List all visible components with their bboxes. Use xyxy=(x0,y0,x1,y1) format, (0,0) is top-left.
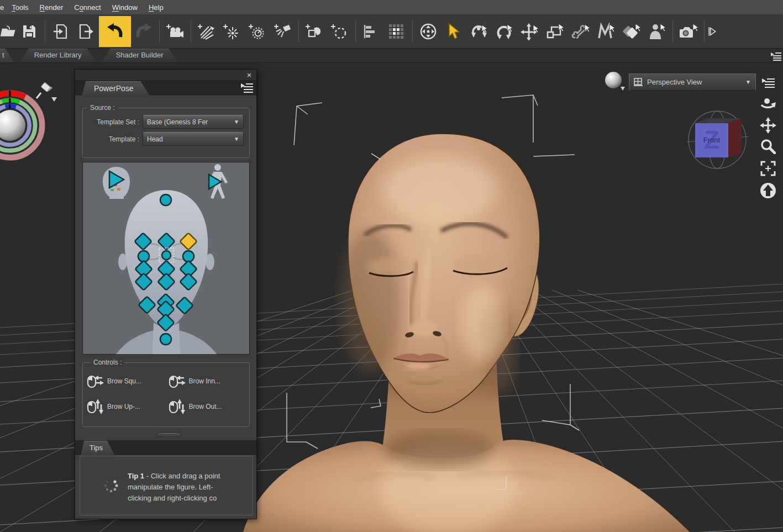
template-set-dropdown[interactable]: Base (Genesis 8 Fer ▼ xyxy=(143,115,244,129)
tab-tips[interactable]: Tips xyxy=(81,441,115,456)
toolbar-separator xyxy=(159,20,160,43)
powerpose-panel-header[interactable]: × xyxy=(75,70,256,81)
tab-powerpose[interactable]: PowerPose xyxy=(82,81,150,96)
surface-selection-tool-icon[interactable] xyxy=(619,17,644,46)
figure-selection-tool-icon[interactable] xyxy=(644,17,670,46)
mouse-horizontal-drag-icon xyxy=(86,372,104,390)
main-toolbar xyxy=(0,14,783,49)
new-spotlight-icon[interactable] xyxy=(270,17,296,46)
toolbar-separator xyxy=(191,20,191,43)
new-null-icon[interactable] xyxy=(327,17,353,46)
control-brow-squeeze[interactable]: Brow Squ... xyxy=(86,368,168,394)
pan-view-icon[interactable] xyxy=(759,117,777,134)
menu-item-connect[interactable]: Connect xyxy=(69,2,106,13)
save-icon[interactable] xyxy=(17,17,42,46)
redo-button[interactable] xyxy=(131,17,156,46)
tab-bar-menu-icon[interactable] xyxy=(770,51,782,62)
menu-item-tools[interactable]: Tools xyxy=(6,2,34,13)
powerpose-panel: × PowerPose Source : Template Set : Base… xyxy=(75,69,257,519)
scene-pane-icon[interactable] xyxy=(359,17,384,46)
daz-studio-window: e Tools Render Connect Window Help xyxy=(0,0,783,532)
menu-bar: e Tools Render Connect Window Help xyxy=(0,0,783,14)
tab-render-library[interactable]: Render Library xyxy=(20,49,96,62)
controls-group-label: Controls : xyxy=(91,359,124,366)
body-template-thumbnail[interactable] xyxy=(208,164,228,199)
toolbar-separator xyxy=(45,20,45,43)
chevron-down-icon: ▼ xyxy=(745,79,751,85)
view-selector-label: Perspective View xyxy=(647,78,745,86)
controls-group: Controls : Brow Squ... Brow Inn... xyxy=(82,359,250,427)
control-brow-up-down[interactable]: Brow Up-... xyxy=(86,394,168,419)
tab-partial[interactable]: t xyxy=(0,49,14,62)
reset-view-icon[interactable] xyxy=(759,182,777,199)
menu-item-render[interactable]: Render xyxy=(34,2,69,13)
toolbar-separator xyxy=(412,20,413,43)
panel-splitter-handle[interactable] xyxy=(157,432,181,436)
view-cube[interactable]: Z Front xyxy=(687,111,749,168)
draw-style-selector[interactable] xyxy=(604,71,626,92)
close-icon[interactable]: × xyxy=(244,70,254,80)
m-tool-icon[interactable] xyxy=(593,17,619,46)
template-set-value: Base (Genesis 8 Fer xyxy=(147,118,234,126)
view-cube-face-label: Front xyxy=(703,136,721,144)
template-value: Head xyxy=(147,135,234,143)
template-dropdown[interactable]: Head ▼ xyxy=(143,132,244,146)
mouse-vertical-drag-icon xyxy=(168,398,186,415)
viewport-orb-icon[interactable] xyxy=(416,17,441,46)
frame-view-icon[interactable] xyxy=(759,160,777,177)
pane-tab-bar: t Render Library Shader Builder xyxy=(0,49,783,63)
new-node-icon[interactable] xyxy=(302,17,327,46)
undo-button[interactable] xyxy=(99,16,131,47)
control-label: Brow Up-... xyxy=(107,403,140,410)
content-pane-icon[interactable] xyxy=(384,17,409,46)
translate-tool-icon[interactable] xyxy=(517,17,543,46)
control-label: Brow Squ... xyxy=(107,377,141,385)
template-set-label: Template Set : xyxy=(83,118,139,126)
toolbar-separator xyxy=(298,20,299,43)
view-selector-dropdown[interactable]: Perspective View ▼ xyxy=(629,73,756,91)
powerpose-pane-menu-icon[interactable] xyxy=(240,82,254,94)
mouse-horizontal-drag-icon xyxy=(168,372,186,390)
rotate-tool-icon[interactable] xyxy=(492,17,517,46)
toolbar-partial-icon[interactable] xyxy=(708,17,716,46)
source-group-label: Source : xyxy=(87,104,118,112)
new-camera-icon[interactable] xyxy=(162,17,188,46)
mouse-vertical-drag-icon xyxy=(86,398,104,415)
powerpose-face-diagram[interactable] xyxy=(82,162,250,355)
powerpose-tab-strip: PowerPose xyxy=(75,81,256,96)
node-selection-tool-icon[interactable] xyxy=(441,17,466,46)
template-label: Template : xyxy=(83,135,139,143)
open-file-icon[interactable] xyxy=(0,17,17,46)
toolbar-separator xyxy=(672,20,673,43)
menu-item-help[interactable]: Help xyxy=(143,2,169,13)
import-file-icon[interactable] xyxy=(48,17,73,46)
new-linear-point-light-icon[interactable] xyxy=(245,17,270,46)
spinner-icon xyxy=(102,477,119,494)
menu-item-partial[interactable]: e xyxy=(0,2,6,13)
tab-shader-builder[interactable]: Shader Builder xyxy=(102,49,178,62)
window-pane-icon xyxy=(634,78,643,87)
new-distant-light-icon[interactable] xyxy=(194,17,219,46)
head-template-thumbnail[interactable] xyxy=(103,167,130,199)
pose-rotation-rings-widget[interactable] xyxy=(0,91,42,157)
orbit-tool-icon[interactable] xyxy=(466,17,492,46)
viewport-pane-menu-icon[interactable] xyxy=(759,74,777,92)
new-point-light-icon[interactable] xyxy=(219,17,245,46)
joint-editor-tool-icon[interactable] xyxy=(568,17,593,46)
tip-text: Tip 1 - Click and drag a point manipulat… xyxy=(128,471,250,515)
toolbar-separator xyxy=(355,20,356,43)
source-group: Source : Template Set : Base (Genesis 8 … xyxy=(82,104,250,158)
spot-render-tool-icon[interactable] xyxy=(676,17,701,46)
export-file-icon[interactable] xyxy=(73,17,99,46)
orbit-view-icon[interactable] xyxy=(759,95,777,113)
menu-item-window[interactable]: Window xyxy=(107,2,143,13)
zoom-view-icon[interactable] xyxy=(759,138,777,155)
control-brow-inner[interactable]: Brow Inn... xyxy=(168,368,250,394)
scale-tool-icon[interactable] xyxy=(543,17,568,46)
toolbar-separator xyxy=(704,20,705,43)
control-brow-outer[interactable]: Brow Out... xyxy=(168,394,250,419)
pushpin-icon[interactable] xyxy=(36,82,57,102)
tips-tab-strip: Tips xyxy=(75,440,256,456)
control-label: Brow Inn... xyxy=(189,377,220,385)
control-label: Brow Out... xyxy=(189,403,222,410)
